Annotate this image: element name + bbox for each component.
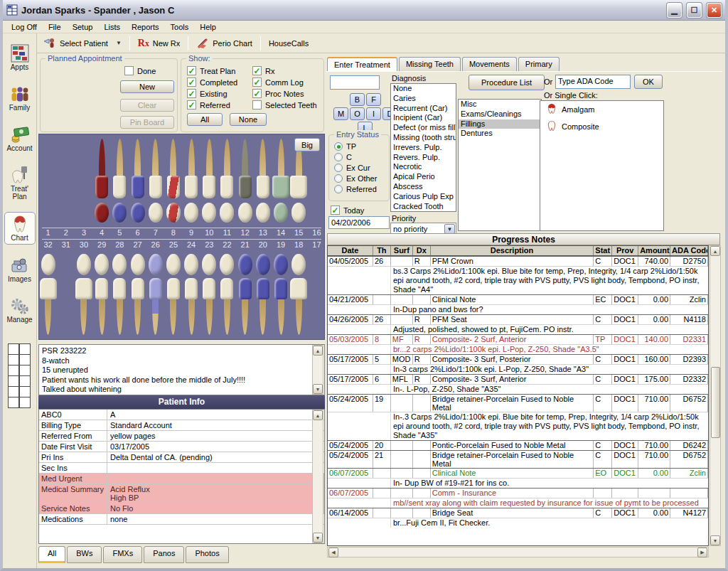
tooth-11[interactable] xyxy=(220,139,233,198)
maximize-button[interactable]: ☐ xyxy=(687,3,702,18)
image-tab-bws[interactable]: BWs xyxy=(67,546,102,563)
show-checkbox-existing[interactable]: ✓Existing xyxy=(187,89,237,98)
tooth-21[interactable] xyxy=(239,278,252,335)
tooth-6[interactable] xyxy=(132,139,144,198)
ok-button[interactable]: OK xyxy=(634,75,663,89)
sidebar-item-family[interactable]: Family xyxy=(4,82,36,114)
patient-info-row[interactable]: Date First Visit03/17/2005 xyxy=(39,442,324,452)
show-checkbox-referred[interactable]: ✓Referred xyxy=(187,100,237,110)
minimize-button[interactable]: ▁ xyxy=(667,3,682,18)
image-tab-all[interactable]: All xyxy=(38,546,65,563)
radio-button[interactable] xyxy=(334,153,343,161)
sidebar-item-manage[interactable]: Manage xyxy=(4,294,36,326)
tooth-28[interactable] xyxy=(113,278,126,335)
diagnosis-item[interactable]: Missing (tooth struc xyxy=(391,133,456,143)
tooth-11-occlusal[interactable] xyxy=(220,203,234,223)
checkbox-box[interactable] xyxy=(252,100,262,110)
menu-item-tools[interactable]: Tools xyxy=(165,22,195,32)
sidebar-item-chart[interactable]: Chart xyxy=(4,212,36,245)
chart-notes-box[interactable]: PSR 2332228-watch15 uneruptedPatient wan… xyxy=(38,344,325,395)
entry-status-option-referred[interactable]: Referred xyxy=(334,185,377,193)
menu-item-lists[interactable]: Lists xyxy=(98,22,126,32)
category-item-misc[interactable]: Misc xyxy=(459,100,541,110)
patient-info-row[interactable]: ABC0A xyxy=(39,410,324,420)
toolbar-button-housecalls[interactable]: HouseCalls xyxy=(262,35,315,52)
toolbar-button-new-rx[interactable]: RxNew Rx xyxy=(132,35,186,52)
tooth-29[interactable] xyxy=(95,278,108,335)
tooth-8-occlusal[interactable] xyxy=(166,203,181,223)
diagnosis-list[interactable]: NoneCariesRecurrent (Car)Incipient (Car)… xyxy=(390,83,456,212)
pin-board-button[interactable]: Pin Board xyxy=(120,116,174,129)
tooth-23[interactable] xyxy=(203,278,215,335)
progress-note-detail[interactable]: In-Dup pano and bws for? xyxy=(328,304,708,314)
progress-notes-vscrollbar[interactable]: ▲▼ xyxy=(710,245,721,546)
toolbar-button-select-patient[interactable]: Select Patient▼ xyxy=(37,35,128,52)
progress-note-detail[interactable]: br...2 carps 2%Lido/1:100k epi. L-Pop, Z… xyxy=(328,344,708,354)
show-all-button[interactable]: All xyxy=(187,113,223,126)
tooth-22-occlusal[interactable] xyxy=(220,254,234,275)
entry-status-option-tp[interactable]: TP xyxy=(334,142,377,151)
diagnosis-item[interactable]: None xyxy=(391,84,456,94)
tooth-20-occlusal[interactable] xyxy=(256,254,270,275)
tooth-32-occlusal[interactable] xyxy=(41,254,55,275)
show-checkbox-completed[interactable]: ✓Completed xyxy=(187,78,237,87)
column-header-th[interactable]: Th xyxy=(373,246,391,255)
checkbox-box[interactable]: ✓ xyxy=(187,89,196,98)
procedure-list-button[interactable]: Procedure List xyxy=(469,75,545,90)
ada-code-input[interactable]: Type ADA Code xyxy=(555,75,631,89)
menu-item-file[interactable]: File xyxy=(43,22,67,32)
today-checkbox-box[interactable]: ✓ xyxy=(331,206,340,215)
progress-note-row[interactable]: 06/07/2005Clinical NoteEODOC10.00Zclin xyxy=(328,468,708,478)
tab-missing-teeth[interactable]: Missing Teeth xyxy=(399,57,461,71)
diagnosis-item[interactable]: Defect (or miss fill) xyxy=(391,123,456,133)
big-chart-button[interactable]: Big xyxy=(294,138,320,151)
progress-note-row[interactable]: 04/26/200526RPFM SeatCDOC10.00N4118 xyxy=(328,314,708,324)
tooth-14[interactable] xyxy=(272,139,289,198)
checkbox-box[interactable]: ✓ xyxy=(252,78,262,87)
diagnosis-item[interactable]: Cracked Tooth xyxy=(391,202,456,212)
new-appointment-button[interactable]: New xyxy=(120,80,174,93)
show-checkbox-proc-notes[interactable]: ✓Proc Notes xyxy=(252,89,317,98)
clear-button[interactable]: Clear xyxy=(120,99,174,112)
tooth-29-occlusal[interactable] xyxy=(95,254,109,275)
tooth-18[interactable] xyxy=(290,278,307,335)
tooth-28-occlusal[interactable] xyxy=(112,254,127,275)
tab-primary[interactable]: Primary xyxy=(518,57,560,71)
toolbar-button-perio-chart[interactable]: Perio Chart xyxy=(190,35,259,52)
tooth-12-occlusal[interactable] xyxy=(238,203,252,223)
tooth-22[interactable] xyxy=(220,278,233,335)
tooth-21-occlusal[interactable] xyxy=(238,254,252,275)
menu-item-reports[interactable]: Reports xyxy=(126,22,165,32)
category-item-exams-cleanings[interactable]: Exams/Cleanings xyxy=(459,110,541,119)
progress-note-row[interactable]: 05/24/200519Bridge retainer-Porcelain Fu… xyxy=(328,394,708,412)
sidebar-item-account[interactable]: Account xyxy=(4,123,36,154)
tooth-30-occlusal[interactable] xyxy=(77,254,91,275)
progress-note-detail[interactable]: In-3 carps 2%Lido/1:100k epi. L-Pop, Z-2… xyxy=(328,364,708,374)
tooth-24[interactable] xyxy=(185,278,198,335)
tooth-4-occlusal[interactable] xyxy=(95,203,109,223)
progress-note-row[interactable]: 05/24/200520Pontic-Porcelain Fused to No… xyxy=(328,440,708,450)
radio-button[interactable] xyxy=(334,164,343,172)
image-tab-panos[interactable]: Panos xyxy=(144,546,184,563)
radio-button[interactable] xyxy=(334,142,343,151)
checkbox-box[interactable]: ✓ xyxy=(187,66,196,75)
entry-status-option-ex-other[interactable]: Ex Other xyxy=(334,174,377,183)
tooth-26-occlusal[interactable] xyxy=(149,254,163,275)
tooth-entry-field[interactable] xyxy=(330,75,380,90)
image-tab-fmxs[interactable]: FMXs xyxy=(103,546,142,563)
tooth-13-occlusal[interactable] xyxy=(256,203,270,223)
patient-info-row[interactable]: Medicationsnone xyxy=(39,514,324,525)
tooth-23-occlusal[interactable] xyxy=(202,254,216,275)
checkbox-box[interactable]: ✓ xyxy=(252,66,262,75)
column-header-prov[interactable]: Prov xyxy=(612,246,638,255)
column-header-date[interactable]: Date xyxy=(328,246,373,255)
tooth-26[interactable] xyxy=(149,278,162,335)
tooth-19-occlusal[interactable] xyxy=(274,254,288,275)
surface-button-f[interactable]: F xyxy=(366,93,381,106)
tooth-24-occlusal[interactable] xyxy=(184,254,198,275)
close-button[interactable]: ✕ xyxy=(707,3,722,18)
progress-notes-hscrollbar[interactable]: ◀▶ xyxy=(327,547,709,557)
tooth-27-occlusal[interactable] xyxy=(131,254,145,275)
surface-button-i[interactable]: I xyxy=(366,107,381,120)
category-item-dentures[interactable]: Dentures xyxy=(459,129,541,139)
